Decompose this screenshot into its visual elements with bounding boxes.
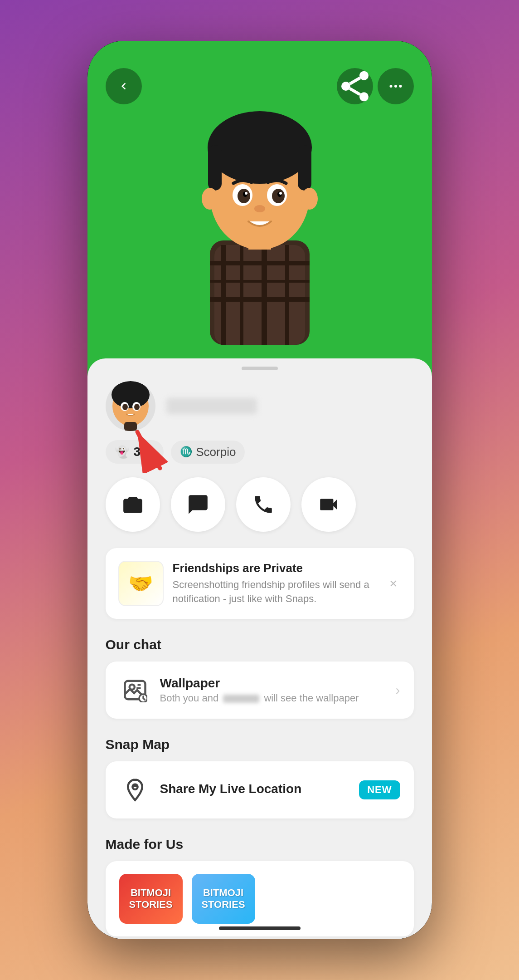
home-indicator <box>219 926 301 930</box>
wallpaper-option[interactable]: Wallpaper Both you and will see the wall… <box>106 662 414 719</box>
svg-point-38 <box>134 404 140 410</box>
zodiac-badge[interactable]: ♏ Scorpio <box>171 441 245 464</box>
snap-map-header: Snap Map <box>87 732 432 761</box>
notice-text: Friendships are Private Screenshotting f… <box>173 561 377 606</box>
more-icon <box>388 78 404 94</box>
new-badge: NEW <box>359 780 400 799</box>
chat-icon <box>187 493 209 516</box>
svg-point-32 <box>301 188 318 210</box>
location-title: Share My Live Location <box>160 782 350 796</box>
svg-rect-21 <box>298 145 311 191</box>
zodiac-label: Scorpio <box>196 445 236 459</box>
bitmoji-svg <box>174 73 346 345</box>
svg-point-5 <box>389 85 392 88</box>
svg-point-31 <box>202 188 218 210</box>
friendship-notice-card: 🤝 Friendships are Private Screenshotting… <box>106 548 414 619</box>
back-icon <box>117 79 131 93</box>
location-icon <box>119 774 151 806</box>
hero-banner <box>87 41 432 377</box>
phone-icon <box>252 493 275 516</box>
location-svg <box>123 778 147 802</box>
phone-frame: 👻 303 ♏ Scorpio <box>87 41 432 939</box>
wallpaper-title: Wallpaper <box>160 676 387 691</box>
video-call-button[interactable] <box>301 477 356 532</box>
wallpaper-svg <box>123 678 147 702</box>
back-button[interactable] <box>106 68 142 104</box>
call-button[interactable] <box>236 477 291 532</box>
svg-point-1 <box>341 82 350 91</box>
share-button[interactable] <box>337 68 373 104</box>
red-arrow <box>124 423 178 473</box>
live-location-option[interactable]: Share My Live Location NEW <box>106 761 414 818</box>
bitmoji-stories-thumb-1: BITMOJISTORIES <box>119 874 183 924</box>
svg-point-7 <box>399 85 402 88</box>
made-for-us-header: Made for Us <box>87 832 432 861</box>
bitmoji-stories-card[interactable]: BITMOJISTORIES BITMOJISTORIES <box>106 861 414 936</box>
content-panel: 👻 303 ♏ Scorpio <box>87 358 432 939</box>
camera-button[interactable] <box>106 477 160 532</box>
svg-line-3 <box>349 88 360 94</box>
action-buttons <box>87 477 432 548</box>
share-icon <box>337 68 373 104</box>
our-chat-header: Our chat <box>87 632 432 662</box>
svg-point-6 <box>394 85 397 88</box>
wallpaper-text: Wallpaper Both you and will see the wall… <box>160 676 387 704</box>
notice-body: Screenshotting friendship profiles will … <box>173 578 377 606</box>
zodiac-icon: ♏ <box>180 446 192 458</box>
svg-rect-20 <box>208 145 222 191</box>
svg-point-37 <box>122 404 128 410</box>
wallpaper-icon <box>119 674 151 706</box>
username-blurred-2 <box>223 695 259 703</box>
notice-close-button[interactable]: × <box>386 572 401 595</box>
svg-point-30 <box>254 205 265 212</box>
camera-icon <box>121 493 144 516</box>
svg-point-29 <box>279 192 282 195</box>
svg-point-2 <box>359 92 369 101</box>
svg-point-34 <box>112 381 150 408</box>
svg-rect-9 <box>214 245 305 345</box>
wallpaper-chevron: › <box>396 682 400 698</box>
location-text: Share My Live Location <box>160 782 350 798</box>
svg-point-0 <box>359 71 369 80</box>
more-button[interactable] <box>378 68 414 104</box>
svg-point-28 <box>245 192 247 195</box>
notice-thumbnail: 🤝 <box>118 561 164 606</box>
videocam-icon <box>317 493 340 516</box>
chat-button[interactable] <box>171 477 225 532</box>
wallpaper-subtitle: Both you and will see the wallpaper <box>160 692 387 704</box>
bitmoji-stories-thumb-2: BITMOJISTORIES <box>192 874 255 924</box>
notice-title: Friendships are Private <box>173 561 377 575</box>
drag-handle <box>242 367 278 370</box>
svg-point-19 <box>208 111 312 184</box>
svg-line-4 <box>349 78 360 84</box>
username-blurred <box>166 398 257 414</box>
